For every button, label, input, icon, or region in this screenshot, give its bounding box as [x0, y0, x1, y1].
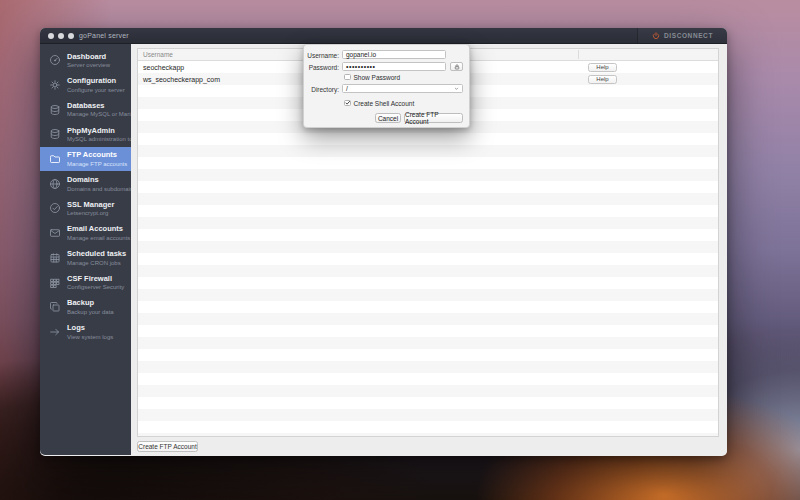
- circle-check-icon: [49, 202, 62, 215]
- globe-icon: [49, 177, 62, 190]
- cancel-button[interactable]: Cancel: [375, 113, 401, 123]
- sidebar-item-subtitle: Manage MySQL or MariaDB: [67, 111, 131, 117]
- sidebar-item-title: Scheduled tasks: [67, 250, 126, 258]
- username-cell: seocheckapp: [138, 64, 184, 71]
- app-window: goPanel server DISCONNECT DashboardServe…: [40, 28, 727, 456]
- sidebar-item-ftp-accounts[interactable]: FTP AccountsManage FTP accounts: [40, 147, 131, 172]
- password-field[interactable]: ••••••••••: [342, 62, 446, 71]
- close-window-button[interactable]: [48, 33, 54, 39]
- column-divider: [578, 50, 579, 59]
- directory-label: Directory:: [304, 86, 339, 93]
- sidebar-item-scheduled-tasks[interactable]: Scheduled tasksManage CRON jobs: [40, 246, 131, 271]
- firewall-grid-icon: [49, 276, 62, 289]
- sidebar-item-title: Email Accounts: [67, 225, 130, 233]
- sidebar-item-subtitle: Domains and subdomains: [67, 186, 131, 192]
- table-row-empty: [138, 397, 718, 409]
- sidebar-item-logs[interactable]: LogsView system logs: [40, 320, 131, 345]
- table-row-empty: [138, 289, 718, 301]
- help-button[interactable]: Help: [588, 75, 617, 84]
- table-row-empty: [138, 133, 718, 145]
- table-row-empty: [138, 229, 718, 241]
- create-ftp-submit-button[interactable]: Create FTP Account: [404, 113, 463, 123]
- sidebar-item-title: Configuration: [67, 77, 125, 85]
- table-row-empty: [138, 433, 718, 437]
- sidebar-item-databases[interactable]: DatabasesManage MySQL or MariaDB: [40, 97, 131, 122]
- sidebar-item-title: Domains: [67, 176, 131, 184]
- zoom-window-button[interactable]: [68, 33, 74, 39]
- table-row-empty: [138, 301, 718, 313]
- table-row-empty: [138, 157, 718, 169]
- sidebar-item-subtitle: View system logs: [67, 334, 113, 340]
- create-shell-account-checkbox[interactable]: [344, 100, 351, 107]
- table-row-empty: [138, 325, 718, 337]
- lock-icon: [454, 64, 460, 70]
- table-row-empty: [138, 421, 718, 433]
- username-field[interactable]: gopanel.io: [342, 50, 446, 59]
- table-row-empty: [138, 193, 718, 205]
- desktop-wallpaper: goPanel server DISCONNECT DashboardServe…: [0, 0, 800, 500]
- show-password-checkbox[interactable]: [344, 74, 351, 81]
- sidebar-item-title: PhpMyAdmin: [67, 127, 131, 135]
- sidebar-item-csf-firewall[interactable]: CSF FirewallConfigserver Security: [40, 270, 131, 295]
- username-cell: ws_seocheckerapp_com: [138, 76, 220, 83]
- password-value: ••••••••••: [346, 63, 376, 70]
- table-row-empty: [138, 361, 718, 373]
- help-button[interactable]: Help: [588, 63, 617, 72]
- sidebar-item-dashboard[interactable]: DashboardServer overview: [40, 48, 131, 73]
- shell-account-checkbox-row: Create Shell Account: [344, 100, 414, 107]
- table-row-empty: [138, 169, 718, 181]
- sidebar-item-ssl-manager[interactable]: SSL ManagerLetsencrypt.org: [40, 196, 131, 221]
- sidebar-item-email-accounts[interactable]: Email AccountsManage email accounts: [40, 221, 131, 246]
- calendar-icon: [49, 251, 62, 264]
- sidebar-item-phpmyadmin[interactable]: PhpMyAdminMySQL administration tool: [40, 122, 131, 147]
- power-icon: [652, 32, 660, 40]
- table-row-empty: [138, 337, 718, 349]
- sidebar-item-subtitle: Configserver Security: [67, 284, 124, 290]
- sidebar-item-subtitle: MySQL administration tool: [67, 136, 131, 142]
- table-row-empty: [138, 385, 718, 397]
- sidebar-item-backup[interactable]: BackupBackup your data: [40, 295, 131, 320]
- gear-icon: [49, 79, 62, 92]
- sidebar-item-title: Backup: [67, 299, 114, 307]
- table-row-empty: [138, 145, 718, 157]
- table-row-empty: [138, 277, 718, 289]
- sidebar-item-subtitle: Manage CRON jobs: [67, 260, 126, 266]
- copy-icon: [49, 301, 62, 314]
- username-label: Username:: [304, 52, 339, 59]
- disconnect-button[interactable]: DISCONNECT: [637, 28, 727, 43]
- username-column-header: Username: [138, 51, 173, 58]
- folder-icon: [49, 153, 62, 166]
- chevron-down-icon: [454, 86, 459, 91]
- minimize-window-button[interactable]: [58, 33, 64, 39]
- table-row-empty: [138, 253, 718, 265]
- table-row-empty: [138, 181, 718, 193]
- sidebar-item-title: FTP Accounts: [67, 151, 127, 159]
- table-row-empty: [138, 349, 718, 361]
- sidebar-item-subtitle: Manage FTP accounts: [67, 161, 127, 167]
- checkbox-check-icon: [345, 100, 351, 106]
- database-admin-icon: [49, 128, 62, 141]
- directory-value: /: [346, 85, 348, 92]
- password-lock-button[interactable]: [450, 62, 463, 71]
- sidebar-item-subtitle: Configure your server: [67, 87, 125, 93]
- directory-select[interactable]: /: [342, 84, 463, 93]
- sidebar-item-subtitle: Server overview: [67, 62, 110, 68]
- table-row-empty: [138, 217, 718, 229]
- sidebar-item-subtitle: Backup your data: [67, 309, 114, 315]
- table-row-empty: [138, 373, 718, 385]
- create-ftp-account-button[interactable]: Create FTP Account: [137, 441, 198, 452]
- gauge-icon: [49, 54, 62, 67]
- disconnect-label: DISCONNECT: [664, 32, 713, 39]
- sidebar-item-title: Logs: [67, 324, 113, 332]
- titlebar: goPanel server DISCONNECT: [40, 28, 727, 44]
- show-password-label: Show Password: [354, 74, 401, 81]
- sidebar-item-subtitle: Letsencrypt.org: [67, 210, 114, 216]
- sidebar-item-domains[interactable]: DomainsDomains and subdomains: [40, 171, 131, 196]
- sidebar-item-title: Dashboard: [67, 53, 110, 61]
- table-row-empty: [138, 313, 718, 325]
- username-value: gopanel.io: [346, 51, 376, 58]
- table-row-empty: [138, 265, 718, 277]
- window-title: goPanel server: [79, 32, 129, 39]
- sidebar-item-configuration[interactable]: ConfigurationConfigure your server: [40, 73, 131, 98]
- traffic-lights: [48, 33, 74, 39]
